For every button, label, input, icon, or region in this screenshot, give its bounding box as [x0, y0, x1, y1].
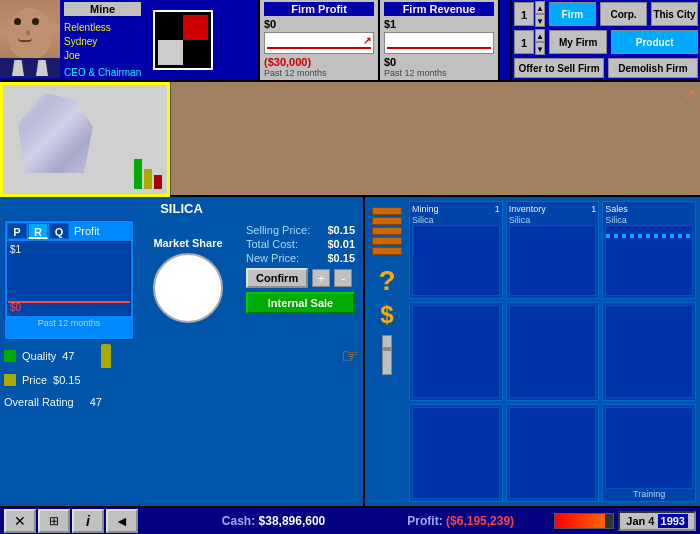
progress-bar: [554, 513, 614, 529]
training-label: Training: [605, 489, 693, 499]
corp-btn[interactable]: Corp.: [600, 2, 647, 26]
nav-arrow-down-1[interactable]: ▼: [535, 14, 545, 27]
firm-profit-past: ($30,000): [264, 56, 374, 68]
year-text: 1993: [658, 514, 688, 528]
overall-rating-row: Overall Rating 47: [4, 396, 359, 408]
chart-period: Past 12 months: [7, 318, 131, 328]
quality-row: Quality 47 ☞: [4, 344, 359, 368]
slider-control[interactable]: [382, 335, 392, 375]
price-value: $0.15: [53, 374, 81, 386]
market-share-pie: [153, 253, 223, 323]
firm-profit-current: $0: [264, 18, 374, 30]
training-content: [605, 407, 693, 489]
firm-revenue-title: Firm Revenue: [384, 2, 494, 16]
sales-chart: [605, 225, 693, 296]
sales-panel: Sales Silica: [602, 201, 696, 299]
inventory-chart: [509, 225, 597, 296]
status-bar: ✕ ⊞ i ◄ Cash: $38,896,600 Profit: ($6,19…: [0, 506, 700, 534]
inventory-title: Inventory 1: [509, 204, 597, 214]
nav-num-1[interactable]: 1: [514, 2, 534, 26]
panel-r2c3-content: [605, 305, 693, 397]
r-tab[interactable]: R: [28, 223, 48, 239]
selling-price-value: $0.15: [327, 224, 355, 236]
product-chart-area: ↗: [170, 82, 700, 195]
product-btn[interactable]: Product: [611, 30, 698, 54]
mining-product: Silica: [412, 215, 500, 225]
profit-tab-label[interactable]: Profit: [70, 223, 131, 239]
right-panels: ? $ Mining 1 Silica: [365, 197, 700, 506]
inventory-product: Silica: [509, 215, 597, 225]
p-tab[interactable]: P: [7, 223, 27, 239]
confirm-button[interactable]: Confirm: [246, 268, 308, 288]
selling-price-label: Selling Price:: [246, 224, 310, 236]
nav-arrow-up-1[interactable]: ▲: [535, 1, 545, 14]
status-icons: ✕ ⊞ i ◄: [0, 507, 180, 534]
profile-info: Mine Relentless Sydney Joe CEO & Chairma…: [60, 0, 145, 80]
tools-button[interactable]: ✕: [4, 509, 36, 533]
my-firm-btn[interactable]: My Firm: [549, 30, 607, 54]
minus-button[interactable]: -: [334, 269, 352, 287]
nav-num-2[interactable]: 1: [514, 30, 534, 54]
dollar-icon[interactable]: $: [380, 301, 393, 329]
top-bar: Mine Relentless Sydney Joe CEO & Chairma…: [0, 0, 700, 82]
overall-value: 47: [90, 396, 102, 408]
panel-r2c2: [506, 302, 600, 400]
firm-revenue-panel: Firm Revenue $1 $0 Past 12 months: [380, 0, 500, 80]
chart-bar-line: [8, 301, 130, 303]
panel-r2c1: [409, 302, 503, 400]
profit-label: Profit:: [407, 514, 442, 528]
pricing-box: Selling Price: $0.15 Total Cost: $0.01 N…: [242, 220, 359, 340]
panel-r2c2-content: [509, 305, 597, 397]
silica-title: SILICA: [4, 201, 359, 216]
overall-label: Overall Rating: [4, 396, 74, 408]
ceo-title: CEO & Chairman: [64, 67, 141, 78]
new-price-label: New Price:: [246, 252, 299, 264]
chart-bot-value: $0: [10, 302, 21, 313]
mining-title: Mining 1: [412, 204, 500, 214]
info-button[interactable]: i: [72, 509, 104, 533]
market-share-box: Market Share: [138, 220, 238, 340]
firm-btn[interactable]: Firm: [549, 2, 596, 26]
map-icon: ⊞: [49, 514, 59, 528]
silica-top-section: P R Q Profit $1 $0 Past 12 months Market…: [4, 220, 359, 340]
price-row: Price $0.15: [4, 374, 359, 386]
new-price-value: $0.15: [327, 252, 355, 264]
offer-to-sell-btn[interactable]: Offer to Sell Firm: [514, 58, 604, 78]
company-logo: [153, 10, 213, 70]
chart-top-value: $1: [10, 244, 21, 255]
sales-title: Sales: [605, 204, 693, 214]
panel-r2c3: [602, 302, 696, 400]
quality-label: Quality: [22, 350, 56, 362]
nav-row-2: 1 ▲ ▼ My Firm Product: [512, 28, 700, 56]
back-icon: ◄: [115, 513, 129, 529]
mine-label: Mine: [64, 2, 141, 16]
action-row: Offer to Sell Firm Demolish Firm: [512, 56, 700, 80]
this-city-btn[interactable]: This City: [651, 2, 698, 26]
quality-value: 47: [62, 350, 74, 362]
nav-arrow-down-2[interactable]: ▼: [535, 42, 545, 55]
panel-grid: Mining 1 Silica Inventory 1 Silica: [409, 201, 696, 502]
total-cost-row: Total Cost: $0.01: [246, 238, 355, 250]
prq-tabs: P R Q Profit: [7, 223, 131, 239]
status-date: Jan 4 1993: [618, 511, 696, 531]
back-button[interactable]: ◄: [106, 509, 138, 533]
date-text: Jan 4: [626, 515, 654, 527]
question-mark-icon[interactable]: ?: [378, 265, 395, 297]
avatar: [0, 0, 60, 78]
trend-icon: ↗: [684, 86, 696, 102]
demolish-firm-btn[interactable]: Demolish Firm: [608, 58, 698, 78]
q-tab[interactable]: Q: [49, 223, 69, 239]
selling-price-row: Selling Price: $0.15: [246, 224, 355, 236]
materials-icon[interactable]: [370, 201, 404, 261]
plus-button[interactable]: +: [312, 269, 330, 287]
firm-profit-period: Past 12 months: [264, 68, 374, 78]
market-share-label: Market Share: [153, 237, 222, 249]
silica-panel: SILICA P R Q Profit $1 $0 Past 12: [0, 197, 365, 506]
silica-bottom: Quality 47 ☞ Price $0.15 Overall Rating: [4, 344, 359, 408]
right-content: ? $ Mining 1 Silica: [369, 201, 696, 502]
internal-sale-button[interactable]: Internal Sale: [246, 292, 355, 314]
map-button[interactable]: ⊞: [38, 509, 70, 533]
nav-arrow-up-2[interactable]: ▲: [535, 29, 545, 42]
inventory-panel: Inventory 1 Silica: [506, 201, 600, 299]
action-icons-col: ? $: [369, 201, 405, 502]
